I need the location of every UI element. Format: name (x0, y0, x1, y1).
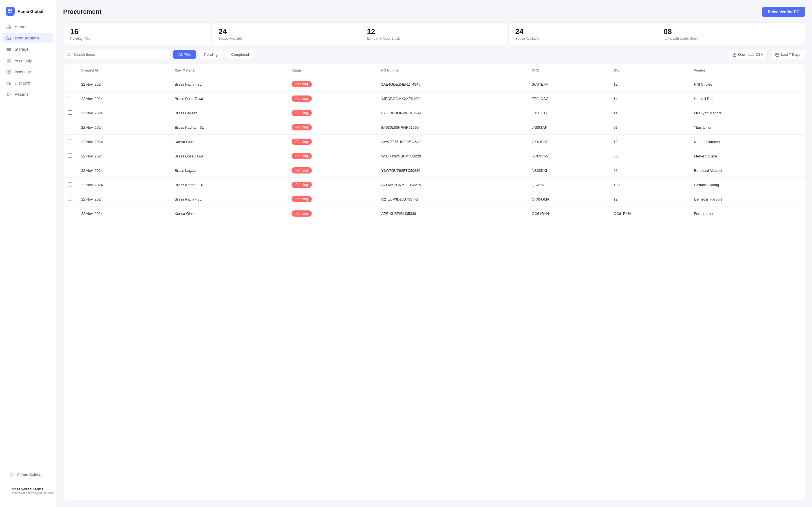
col-status: Status (287, 64, 377, 77)
status-badge: Pending (292, 81, 312, 87)
row-checkbox-cell (63, 106, 77, 120)
cell-po-number: SZFMKPCNM3F862275 (377, 178, 527, 192)
cell-po-number: FAJLBFHMNVWH61244 (377, 106, 527, 120)
row-checkbox[interactable] (68, 125, 72, 129)
nav-menu: Home Procurement Storage (0, 21, 56, 465)
cell-qty: 14 (609, 92, 689, 106)
search-box[interactable] (63, 50, 170, 59)
cell-created-at: 22 Nov, 2024 (77, 92, 170, 106)
sidebar-item-procurement[interactable]: Procurement (3, 33, 53, 43)
cell-status: Pending (287, 178, 377, 192)
status-badge: Pending (292, 182, 312, 188)
cell-raw-material: Brass Patila - 3L (170, 77, 287, 92)
download-csv-button[interactable]: Download CSV (728, 50, 768, 59)
cell-raw-material: Brass Kadhai - 3L (170, 178, 287, 192)
cell-status: Pending (287, 92, 377, 106)
search-icon (67, 53, 71, 57)
filter-pending[interactable]: Pending (199, 50, 223, 59)
cell-qty: 12 (609, 77, 689, 92)
select-all-checkbox[interactable] (68, 68, 72, 72)
dispatch-icon (6, 80, 11, 86)
svg-rect-6 (7, 48, 11, 49)
svg-rect-9 (7, 59, 8, 60)
raise-po-button[interactable]: Raise Vendor PO (762, 7, 805, 17)
table-row: 22 Nov, 2024 Brass Dosa Tawa Pending W0J… (63, 149, 805, 163)
svg-point-17 (11, 474, 12, 475)
svg-rect-3 (10, 11, 12, 13)
sidebar-item-inventory[interactable]: Inventory (3, 66, 53, 77)
row-checkbox[interactable] (68, 139, 72, 144)
cell-created-at: 22 Nov, 2024 (77, 77, 170, 92)
filter-completed[interactable]: Completed (226, 50, 254, 59)
row-checkbox-cell (63, 135, 77, 149)
cell-created-at: 22 Nov, 2024 (77, 149, 170, 163)
stat-value: 24 (515, 27, 650, 36)
sidebar-item-label: Storage (15, 47, 29, 52)
cell-vendor: Mertie Square (689, 149, 805, 163)
sidebar-item-label: Assembly (15, 58, 32, 63)
cell-raw-material: Kansa Glass (170, 207, 287, 221)
stat-value: 24 (218, 27, 353, 36)
row-checkbox[interactable] (68, 196, 72, 201)
table-row: 22 Nov, 2024 Brass Lagaan Pending FAJLBF… (63, 106, 805, 120)
search-input[interactable] (73, 52, 166, 57)
cell-created-at: 22 Nov, 2024 (77, 135, 170, 149)
svg-rect-12 (9, 61, 10, 62)
sidebar-item-returns[interactable]: Returns (3, 89, 53, 100)
row-checkbox[interactable] (68, 211, 72, 215)
stat-space-available-2: 24 Space Available (509, 23, 657, 45)
cell-grn: GK65GMA (527, 192, 609, 207)
svg-rect-2 (8, 11, 10, 13)
page-title: Procurement (63, 8, 101, 15)
app-name: Acme Global (17, 9, 43, 14)
cell-po-number: Y6W7GUZ92FTC99836 (377, 163, 527, 178)
status-badge: Pending (292, 167, 312, 173)
cell-raw-material: Brass Lagaan (170, 163, 287, 178)
cell-vendor: Hilll Circles (689, 77, 805, 92)
table-row: 22 Nov, 2024 Brass Patila - 3L Pending 3… (63, 77, 805, 92)
cell-raw-material: Brass Dosa Tawa (170, 149, 287, 163)
user-info: Shashwat Sharma shashwat.sharma@acme.com (12, 487, 54, 495)
stat-pending-pos: 16 Pending POs (63, 23, 212, 45)
cell-status: Pending (287, 163, 377, 178)
user-profile: SS Shashwat Sharma shashwat.sharma@acme.… (6, 483, 50, 498)
cell-created-at: 22 Nov, 2024 (77, 207, 170, 221)
data-table: Created At Raw Material Status PO Number… (63, 64, 805, 500)
row-checkbox[interactable] (68, 182, 72, 186)
status-badge: Pending (292, 124, 312, 130)
download-csv-label: Download CSV (738, 52, 763, 57)
row-checkbox-cell (63, 163, 77, 178)
stat-label: Space Available (515, 37, 650, 41)
row-checkbox[interactable] (68, 154, 72, 158)
logo-icon (6, 7, 15, 16)
cell-grn: SC04EPH (527, 77, 609, 92)
last-days-label: Last 7 Days (781, 52, 801, 57)
svg-rect-13 (7, 82, 9, 84)
row-checkbox[interactable] (68, 96, 72, 100)
sidebar-item-assembly[interactable]: Assembly (3, 55, 53, 66)
cell-qty: 100 (609, 178, 689, 192)
cell-qty: 96 (609, 163, 689, 178)
procurement-table: Created At Raw Material Status PO Number… (63, 64, 805, 221)
cell-created-at: 22 Nov, 2024 (77, 178, 170, 192)
last-days-button[interactable]: Last 7 Days (770, 50, 805, 59)
cell-grn: RQ69VIW (527, 149, 609, 163)
sidebar-item-storage[interactable]: Storage (3, 44, 53, 55)
sidebar-item-label: Home (15, 24, 25, 29)
row-checkbox[interactable] (68, 110, 72, 115)
row-checkbox-cell (63, 120, 77, 135)
cell-status: Pending (287, 106, 377, 120)
filter-all-pos[interactable]: All POs (173, 50, 196, 59)
table-row: 22 Nov, 2024 Brass Kadhai - 3L Pending S… (63, 178, 805, 192)
sidebar-item-dispatch[interactable]: Dispatch (3, 78, 53, 89)
cell-vendor: Kuphal Common (689, 135, 805, 149)
row-checkbox[interactable] (68, 168, 72, 172)
row-checkbox[interactable] (68, 82, 72, 86)
table-header: Created At Raw Material Status PO Number… (63, 64, 805, 77)
sidebar-item-home[interactable]: Home (3, 21, 53, 32)
assembly-icon (6, 58, 11, 63)
table-row: 22 Nov, 2024 Kansa Glass Pending APEIKU5… (63, 207, 805, 221)
cell-qty: 80 (609, 149, 689, 163)
svg-rect-1 (10, 9, 12, 11)
admin-settings-item[interactable]: Admin Settings (6, 469, 50, 480)
